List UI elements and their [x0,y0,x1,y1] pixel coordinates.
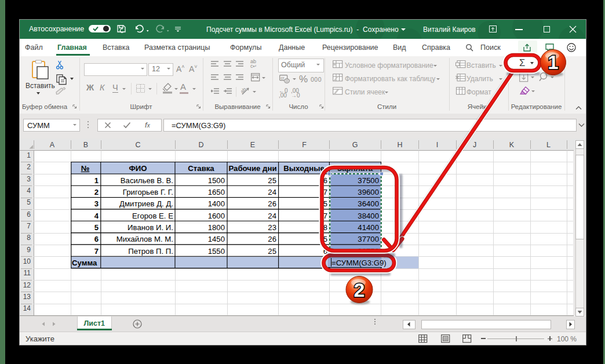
svg-text:ab: ab [241,87,247,94]
svg-text:cr: cr [280,75,285,81]
